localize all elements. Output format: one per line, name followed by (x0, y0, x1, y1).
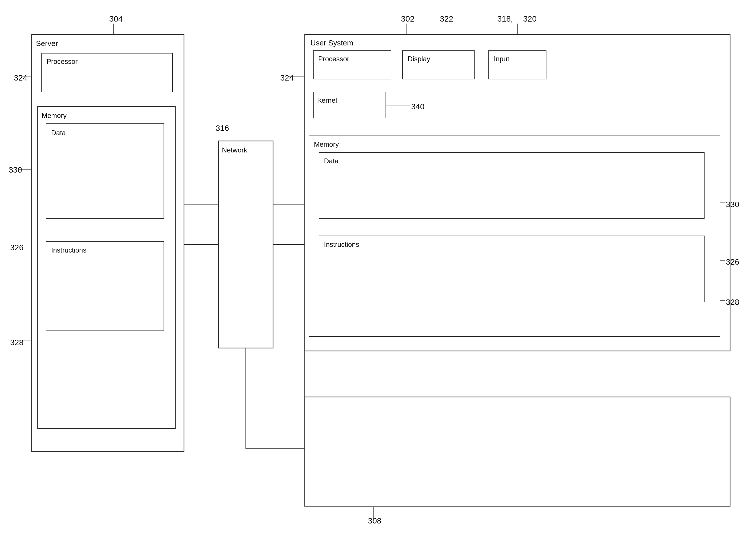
network-label: Network (222, 146, 248, 154)
ref-330-user: 330 (726, 200, 739, 209)
server-label: Server (36, 39, 58, 48)
ref-326-server: 326 (10, 243, 24, 252)
kernel-label: kernel (318, 96, 337, 104)
user-data-label: Data (324, 157, 338, 165)
svg-rect-3 (46, 124, 164, 219)
server-data-label: Data (51, 129, 66, 137)
ref-328-user: 328 (726, 298, 739, 307)
ref-340: 340 (411, 102, 424, 111)
user-instructions-label: Instructions (324, 240, 359, 248)
svg-rect-25 (313, 92, 385, 118)
ref-328-server: 328 (10, 338, 24, 347)
ref-326-user: 326 (726, 257, 739, 267)
svg-rect-23 (402, 50, 474, 79)
server-instructions-label: Instructions (51, 246, 87, 254)
ref-324-user: 324 (280, 73, 294, 82)
ref-322: 322 (440, 14, 453, 23)
ref-324-server: 324 (14, 73, 27, 82)
user-memory-label: Memory (314, 140, 339, 148)
ref-304: 304 (109, 14, 123, 23)
display-label: Display (408, 55, 430, 63)
svg-rect-10 (218, 141, 273, 348)
server-memory-label: Memory (42, 112, 67, 119)
server-processor-label: Processor (46, 58, 78, 65)
ref-320: 320 (523, 14, 537, 23)
ref-308: 308 (368, 516, 381, 525)
ref-302: 302 (401, 14, 415, 23)
ref-316: 316 (216, 124, 229, 133)
ref-318: 318, (497, 14, 513, 23)
svg-rect-24 (489, 50, 546, 79)
input-label: Input (494, 55, 509, 63)
svg-rect-28 (319, 236, 704, 302)
svg-rect-37 (305, 397, 730, 506)
svg-rect-4 (46, 241, 164, 331)
svg-rect-22 (313, 50, 391, 79)
user-processor-label: Processor (318, 55, 349, 63)
svg-rect-27 (319, 153, 704, 219)
user-system-label: User System (310, 39, 353, 47)
